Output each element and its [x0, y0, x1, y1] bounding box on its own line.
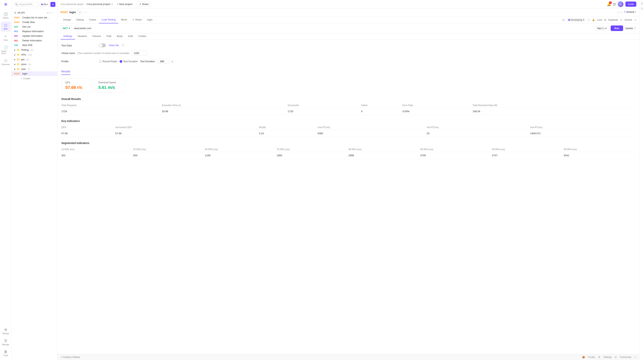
col-successful-qps: Successful QPS	[116, 125, 259, 130]
create-row[interactable]: + Create	[12, 76, 57, 81]
folder-testing[interactable]: ▶ 📁 Testing (2)	[12, 47, 57, 52]
all-api-row: ⊞ All API ↺ ◇ ⋯	[12, 10, 57, 15]
subtab-path[interactable]: Path	[104, 33, 114, 39]
subtab-headers[interactable]: Headers	[75, 33, 90, 39]
url-input[interactable]	[74, 27, 593, 30]
bottom-bar-right: 🍪 Cookie ⚙ Settings ⊡ Community ⬡	[582, 356, 636, 359]
folder-pet[interactable]: ▶ 📁 pet (9)	[12, 57, 57, 62]
api-item-login[interactable]: POST login	[12, 71, 57, 76]
sidebar-item-trash[interactable]: 🗑 Trash	[1, 348, 11, 358]
nav-next-icon[interactable]: ›	[619, 10, 620, 14]
sidebar-item-tests[interactable]: ✓ Tests	[1, 33, 11, 43]
profile-radio-group: Round-Robin Test Duration Test Duration:…	[99, 59, 173, 64]
method-badge-post: POST	[14, 16, 21, 19]
api-item-create-new[interactable]: POST Create New	[12, 20, 57, 24]
tab-debug[interactable]: Debug	[74, 16, 86, 23]
subtab-cookie[interactable]: Cookie	[136, 33, 149, 39]
method-selector[interactable]: GET ▾	[60, 26, 72, 31]
api-item-put[interactable]: PUT Replace Information	[12, 29, 57, 34]
nav-prev-icon[interactable]: ‹	[618, 10, 618, 14]
val-failed: 0	[361, 108, 402, 115]
refresh-icon[interactable]: ↺	[46, 11, 49, 14]
subtab-settings[interactable]: Settings	[60, 33, 75, 39]
subtab-auth[interactable]: Auth	[125, 33, 136, 39]
sidebar-item-settings[interactable]: ⚙ Settings	[1, 326, 11, 336]
filter-all-button[interactable]: All ▾	[40, 2, 49, 7]
svg-point-0	[5, 4, 6, 5]
filter-icon-tab[interactable]: ⊟	[562, 18, 564, 21]
duplicate-label[interactable]: Duplicate	[608, 18, 618, 21]
env-label: Developing	[570, 18, 582, 21]
tab-mock[interactable]: Mock	[118, 16, 130, 23]
api-item-del[interactable]: DEL Delete Information	[12, 38, 57, 43]
sidebar-item-share-docs[interactable]: 📄 Share Docs	[1, 44, 11, 56]
sidebar-item-schemas[interactable]: ⬡ Schemas	[1, 57, 11, 67]
filter-icon[interactable]: ◇	[50, 11, 51, 14]
community-label[interactable]: Community	[620, 356, 631, 359]
api-item-sse[interactable]: SSE New SSE	[12, 43, 57, 47]
invite-button[interactable]: Invite	[626, 1, 636, 7]
api-item-get-list[interactable]: GET Get List	[12, 24, 57, 29]
folder-user[interactable]: ▶ 📁 user (7)	[12, 67, 57, 71]
test-data-toggle[interactable]	[99, 43, 106, 47]
test-duration-input[interactable]	[158, 59, 169, 64]
api-item-creates-list[interactable]: POST Creates list of users wit...	[12, 15, 57, 20]
method-badge-put: PUT	[14, 30, 21, 32]
subtab-body[interactable]: Body	[114, 33, 125, 39]
add-tab-button[interactable]: +	[78, 10, 82, 14]
add-api-button[interactable]: +	[50, 2, 56, 7]
search-input[interactable]: 🔍 Keyword/URL	[14, 2, 38, 7]
api-item-pat[interactable]: PAT Update Information	[12, 34, 57, 38]
update-button[interactable]: Update ⓘ	[625, 27, 636, 30]
settings-icon-top[interactable]: ⊡	[613, 2, 616, 6]
more-icon[interactable]: ⋯	[52, 11, 55, 14]
tab-design[interactable]: Design	[60, 16, 74, 23]
update-info-icon: ⓘ	[634, 27, 636, 30]
expand-bottom-icon[interactable]: ⬡	[634, 356, 636, 359]
right-panel-icon-1[interactable]: ⊡	[641, 2, 643, 5]
history-icon: 🕐	[4, 12, 8, 16]
select-file-link[interactable]: Select file	[109, 44, 119, 47]
default-label[interactable]: Default	[626, 10, 634, 14]
tab-load-testing[interactable]: Load Testing	[99, 16, 118, 23]
settings-label-bottom[interactable]: Settings	[603, 356, 612, 359]
notification-bell[interactable]: 🔔 2	[607, 2, 611, 6]
toggle-panel-icon[interactable]: ⊡	[634, 18, 636, 21]
tab-share[interactable]: ↗ Share	[130, 16, 144, 23]
method-badge-pat: PAT	[14, 35, 21, 37]
virtual-users-input[interactable]	[132, 51, 147, 55]
protocol-selector[interactable]: http/1.1 ▾	[595, 26, 609, 31]
radio-round-robin[interactable]: Round-Robin	[99, 60, 117, 63]
user-avatar[interactable]: C	[618, 1, 624, 7]
folder-store[interactable]: ▶ 📁 store (4)	[12, 62, 57, 67]
val-total-received: 168.04	[473, 108, 636, 115]
environment-selector[interactable]: Developing ▾	[567, 18, 586, 22]
tab-cases[interactable]: Cases	[86, 16, 99, 23]
virtual-users-label: Virtual users	[61, 52, 75, 54]
sidebar-item-apis[interactable]: ⬡ APIs	[1, 22, 11, 31]
sidebar-item-manage[interactable]: ☰ Manage	[1, 337, 11, 347]
download-speed-value: 5.61 m/s	[98, 85, 121, 90]
subtab-params[interactable]: Params	[90, 33, 104, 39]
new-project-button[interactable]: + New project	[115, 2, 135, 6]
expand-icon[interactable]: ⬡	[588, 18, 590, 21]
share-button[interactable]: ↗ Share	[137, 1, 151, 7]
results-tab[interactable]: Results	[61, 68, 70, 75]
val-seg-75: 1860	[277, 152, 349, 159]
run-button[interactable]: Run	[611, 25, 623, 31]
folder-apis[interactable]: ▶ 📁 APIs (10)	[12, 52, 57, 57]
sidebar-item-history[interactable]: 🕐 History	[1, 10, 11, 20]
archive-label[interactable]: Archive	[624, 18, 632, 21]
right-panel-icon-2[interactable]: ⊡	[641, 7, 643, 10]
lock-label[interactable]: Lock	[597, 18, 602, 21]
virtual-users-row: Virtual users (The maximum number of vir…	[61, 51, 636, 55]
radio-test-duration[interactable]: Test Duration	[120, 60, 138, 63]
tab-login[interactable]: login	[144, 16, 155, 23]
col-execution-time: Execution Time (s)	[162, 103, 288, 108]
default-icon: D	[624, 10, 626, 14]
settings-icon-bottom: ⚙	[598, 356, 600, 359]
collapse-sidebar-button[interactable]: « Collapse Sidebar	[60, 356, 80, 359]
more-options-button[interactable]: ⋯	[84, 10, 87, 14]
cookie-label[interactable]: Cookie	[588, 356, 595, 359]
col-max-rt: max RT(ms)	[318, 125, 427, 130]
